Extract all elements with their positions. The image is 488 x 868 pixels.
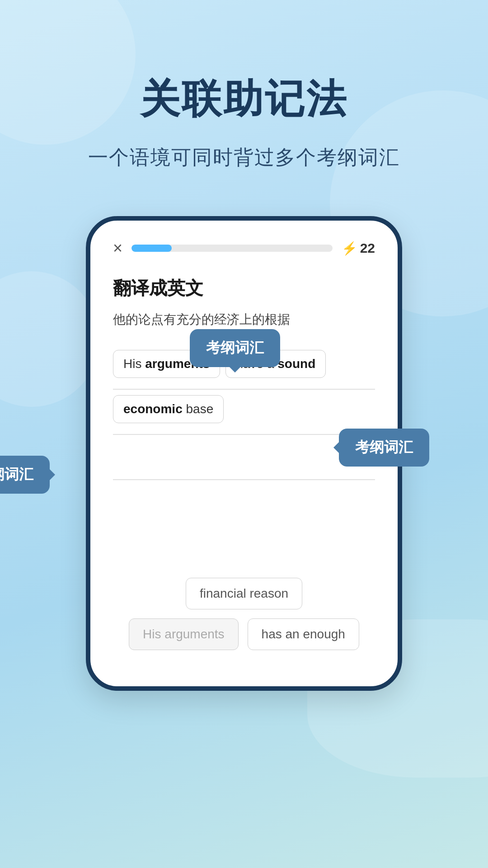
score-value: 22 (360, 241, 375, 256)
choice-financial-reason[interactable]: financial reason (186, 578, 302, 609)
page-title: 关联助记法 (140, 72, 348, 126)
divider-2 (113, 434, 375, 435)
word-chip-economic-base: economic base (113, 395, 224, 423)
question-label: 翻译成英文 (113, 276, 375, 301)
answer-area: His arguments have a sound economic base (113, 348, 375, 480)
progress-bar-fill (131, 245, 172, 252)
choices-area: financial reason His arguments has an en… (113, 578, 375, 659)
choices-row-2: His arguments has an enough (113, 618, 375, 650)
phone-wrapper: 考纲词汇 考纲词汇 考纲词汇 × ⚡ 22 (86, 216, 402, 691)
divider-3 (113, 479, 375, 480)
tooltip-vocab-1: 考纲词汇 (190, 329, 280, 367)
lightning-icon: ⚡ (342, 241, 357, 256)
choices-row-1: financial reason (113, 578, 375, 609)
tooltip-vocab-3: 考纲词汇 (0, 456, 50, 494)
progress-bar-container (131, 245, 333, 252)
page-content: 关联助记法 一个语境可同时背过多个考纲词汇 考纲词汇 考纲词汇 考纲词汇 × (0, 0, 488, 691)
score-badge: ⚡ 22 (342, 241, 375, 256)
question-text: 他的论点有充分的经济上的根据 (113, 310, 375, 330)
choice-his-arguments[interactable]: His arguments (129, 618, 239, 650)
tooltip-vocab-2: 考纲词汇 (339, 429, 429, 467)
divider-1 (113, 389, 375, 390)
answer-line-2: economic base (113, 393, 375, 425)
choice-has-an-enough[interactable]: has an enough (248, 618, 359, 650)
phone-topbar: × ⚡ 22 (113, 239, 375, 258)
close-button[interactable]: × (113, 239, 122, 258)
page-subtitle: 一个语境可同时背过多个考纲词汇 (88, 144, 400, 171)
